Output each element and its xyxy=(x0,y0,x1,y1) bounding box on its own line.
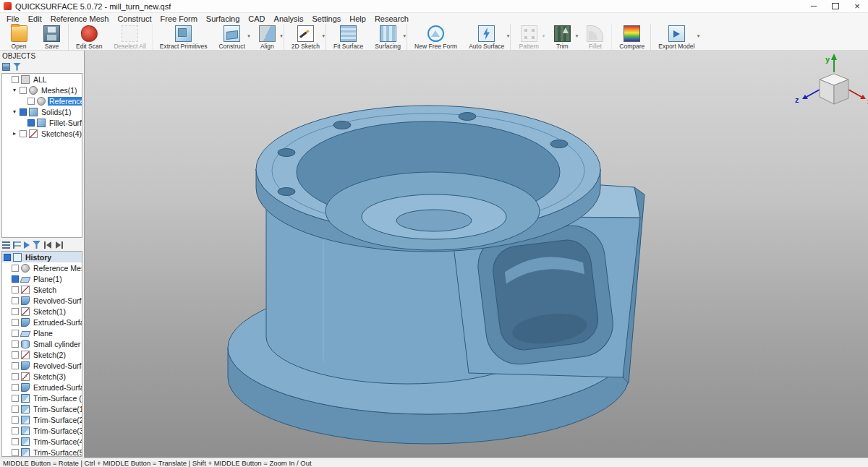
visibility-checkbox[interactable] xyxy=(12,351,19,359)
expand-arrow-icon[interactable] xyxy=(12,87,17,93)
tree-item[interactable]: Reference Mesh xyxy=(2,262,82,273)
tree-item[interactable]: Trim-Surface (Solid... xyxy=(2,393,82,403)
dropdown-arrow-icon[interactable] xyxy=(323,33,326,39)
toolbar-button[interactable]: Compare xyxy=(613,24,651,50)
visibility-checkbox[interactable] xyxy=(12,319,19,326)
visibility-checkbox[interactable] xyxy=(12,286,19,294)
dropdown-arrow-icon[interactable] xyxy=(280,33,283,39)
menu-item[interactable]: Surfacing xyxy=(202,13,244,24)
menu-item[interactable]: CAD xyxy=(244,13,269,24)
tree-item[interactable]: Reference Mesh (T... xyxy=(2,95,82,106)
history-panel-tool-button[interactable] xyxy=(55,241,64,249)
toolbar-button[interactable]: Fit Surface xyxy=(328,24,369,50)
tree-item[interactable]: Trim-Surface(4) (So... xyxy=(2,436,82,447)
tree-item[interactable]: Meshes(1) xyxy=(2,85,82,95)
tree-item[interactable]: Sketches(4) xyxy=(2,128,82,139)
history-panel-tool-button[interactable] xyxy=(43,241,52,249)
visibility-checkbox[interactable] xyxy=(12,297,19,304)
model-flange[interactable] xyxy=(256,106,600,252)
history-panel-tool-button[interactable] xyxy=(2,241,10,249)
visibility-checkbox[interactable] xyxy=(12,362,19,369)
toolbar-button[interactable]: New Free Form xyxy=(409,24,463,50)
tree-item[interactable]: Extruded-Surface(1... xyxy=(2,382,82,393)
menu-item[interactable]: Research xyxy=(370,13,413,24)
visibility-checkbox[interactable] xyxy=(4,254,11,261)
visibility-checkbox[interactable] xyxy=(12,384,19,391)
menu-item[interactable]: Free Form xyxy=(156,13,202,24)
visibility-checkbox[interactable] xyxy=(12,265,19,272)
tree-item[interactable]: Plane xyxy=(2,327,82,338)
dropdown-arrow-icon[interactable] xyxy=(507,33,510,39)
dropdown-arrow-icon[interactable] xyxy=(542,33,545,39)
tree-item[interactable]: Sketch(1) xyxy=(2,306,82,317)
toolbar-button[interactable]: Construct xyxy=(213,24,250,50)
tree-item[interactable]: Sketch(3) xyxy=(2,371,82,382)
visibility-checkbox[interactable] xyxy=(20,130,27,137)
toolbar-button[interactable]: Open xyxy=(2,24,35,50)
tree-item[interactable]: Sketch xyxy=(2,284,82,295)
visibility-checkbox[interactable] xyxy=(20,108,27,116)
tree-item[interactable]: Plane(1) xyxy=(2,273,82,284)
maximize-button[interactable] xyxy=(825,0,846,12)
visibility-checkbox[interactable] xyxy=(12,76,19,83)
viewport-canvas[interactable]: y x z xyxy=(85,51,868,458)
visibility-checkbox[interactable] xyxy=(12,308,19,315)
dropdown-arrow-icon[interactable] xyxy=(576,33,579,39)
dropdown-arrow-icon[interactable] xyxy=(247,33,250,39)
toolbar-button[interactable]: Export Model xyxy=(652,24,700,50)
close-button[interactable] xyxy=(846,0,868,12)
toolbar-button[interactable]: 2D Sketch xyxy=(286,24,326,50)
dropdown-arrow-icon[interactable] xyxy=(697,33,700,39)
visibility-checkbox[interactable] xyxy=(12,340,19,348)
history-panel-tool-button[interactable] xyxy=(13,241,21,249)
expand-arrow-icon[interactable] xyxy=(12,108,17,115)
objects-panel-tool-button[interactable] xyxy=(2,63,10,71)
orientation-cube[interactable]: y x z xyxy=(795,53,868,106)
menu-item[interactable]: Construct xyxy=(113,13,156,24)
visibility-checkbox[interactable] xyxy=(12,275,19,283)
dropdown-arrow-icon[interactable] xyxy=(404,33,407,39)
visibility-checkbox[interactable] xyxy=(27,98,35,105)
tree-item[interactable]: History xyxy=(2,252,82,262)
tree-item[interactable]: Revolved-Surface (S... xyxy=(2,295,82,306)
visibility-checkbox[interactable] xyxy=(27,119,35,127)
toolbar-button[interactable]: Fillet xyxy=(579,24,612,50)
tree-item[interactable]: Solids(1) xyxy=(2,106,82,117)
tree-item[interactable]: Trim-Surface(2) (So... xyxy=(2,414,82,425)
tree-item[interactable]: Small cylinder xyxy=(2,338,82,349)
tree-item[interactable]: Trim-Surface(1) (Su... xyxy=(2,403,82,414)
toolbar-button[interactable]: Auto Surface xyxy=(463,24,511,50)
history-panel-tool-button[interactable] xyxy=(33,241,41,249)
toolbar-button[interactable]: Pattern xyxy=(512,24,545,50)
tree-item[interactable]: Revolved-Surface(1... xyxy=(2,360,82,371)
toolbar-button[interactable]: Surfacing xyxy=(369,24,407,50)
menu-item[interactable]: Analysis xyxy=(270,13,308,24)
visibility-checkbox[interactable] xyxy=(12,373,19,380)
visibility-checkbox[interactable] xyxy=(12,406,19,413)
viewport-3d[interactable]: y x z xyxy=(85,51,868,458)
menu-item[interactable]: File xyxy=(2,13,24,24)
expand-arrow-icon[interactable] xyxy=(12,130,17,137)
tree-item[interactable]: Extruded-Surface (S... xyxy=(2,317,82,327)
visibility-checkbox[interactable] xyxy=(12,395,19,402)
menu-item[interactable]: Settings xyxy=(308,13,346,24)
toolbar-button[interactable]: Deselect All xyxy=(108,24,152,50)
tree-item[interactable]: Fillet-Surface(4) xyxy=(2,117,82,128)
cad-model[interactable] xyxy=(228,106,644,444)
menu-item[interactable]: Edit xyxy=(24,13,46,24)
visibility-checkbox[interactable] xyxy=(12,330,19,337)
toolbar-button[interactable]: Save xyxy=(35,24,69,50)
toolbar-button[interactable]: Align xyxy=(251,24,284,50)
visibility-checkbox[interactable] xyxy=(12,427,19,434)
menu-item[interactable]: Reference Mesh xyxy=(46,13,114,24)
minimize-button[interactable] xyxy=(803,0,825,12)
toolbar-button[interactable]: Trim xyxy=(545,24,579,50)
visibility-checkbox[interactable] xyxy=(12,449,19,456)
visibility-checkbox[interactable] xyxy=(12,438,19,445)
history-panel-tool-button[interactable] xyxy=(24,241,30,249)
tree-item[interactable]: Trim-Surface(5) (So... xyxy=(2,447,82,457)
objects-panel-tool-button[interactable] xyxy=(13,63,21,71)
tree-item[interactable]: ALL xyxy=(2,74,82,85)
visibility-checkbox[interactable] xyxy=(12,416,19,424)
tree-item[interactable]: Trim-Surface(3) (So... xyxy=(2,425,82,436)
